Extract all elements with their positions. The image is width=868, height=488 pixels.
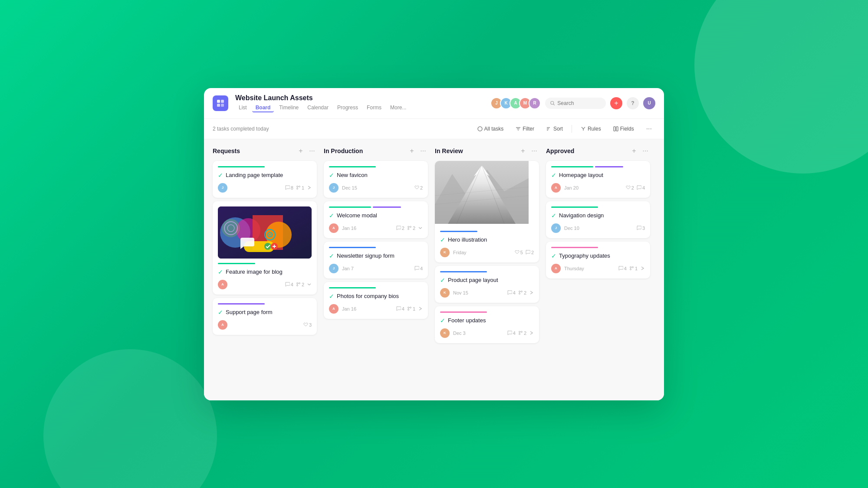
tab-progress[interactable]: Progress xyxy=(334,104,362,112)
comment-icon xyxy=(285,185,290,190)
sort-icon xyxy=(546,126,552,131)
comment-count: 8 xyxy=(285,185,293,190)
comment-icon xyxy=(285,282,290,287)
chevron-down-icon xyxy=(307,282,312,287)
tab-more[interactable]: More... xyxy=(387,104,410,112)
card-new-favicon[interactable]: ✓ New favicon J Dec 15 2 xyxy=(324,161,428,198)
comment-count: 4 xyxy=(396,306,404,311)
check-icon: ✓ xyxy=(218,309,223,316)
check-icon: ✓ xyxy=(551,212,556,219)
fields-button[interactable]: Fields xyxy=(610,124,638,134)
card-avatar: K xyxy=(440,288,450,298)
card-meta: Dec 10 xyxy=(564,226,633,231)
card-avatar: K xyxy=(440,328,450,338)
search-input[interactable] xyxy=(557,100,601,106)
add-card-requests[interactable]: + xyxy=(296,146,306,156)
card-landing-page[interactable]: ✓ Landing page template J 8 1 xyxy=(213,161,317,198)
check-icon: ✓ xyxy=(551,172,556,179)
add-button[interactable]: + xyxy=(610,97,622,109)
svg-point-31 xyxy=(270,234,271,235)
arrow-icon-item xyxy=(529,331,534,335)
search-box[interactable] xyxy=(545,98,606,109)
branch-count: 2 xyxy=(407,226,415,231)
comment-count: 2 xyxy=(396,226,404,231)
card-product-page[interactable]: ✓ Product page layout K Nov 15 4 2 xyxy=(435,266,539,303)
card-avatar: A xyxy=(218,280,227,289)
card-bar-left xyxy=(551,166,593,167)
card-avatar: A xyxy=(329,223,339,233)
svg-point-61 xyxy=(521,291,522,292)
add-card-approved[interactable]: + xyxy=(629,146,639,156)
card-meta: Friday xyxy=(453,250,511,255)
card-title: ✓ Hero illustration xyxy=(440,236,534,243)
card-homepage-layout[interactable]: ✓ Homepage layout A Jan 20 2 4 xyxy=(546,161,650,198)
card-footer: J Dec 15 2 xyxy=(329,183,423,193)
user-avatar[interactable]: U xyxy=(643,97,655,109)
card-actions: 3 xyxy=(303,322,312,328)
rules-button[interactable]: Rules xyxy=(577,124,605,134)
card-title: ✓ Newsletter signup form xyxy=(329,252,423,259)
card-footer: J Jan 7 4 xyxy=(329,264,423,273)
svg-rect-0 xyxy=(217,100,220,103)
tab-list[interactable]: List xyxy=(235,104,250,112)
card-photos-company[interactable]: ✓ Photos for company bios A Jan 16 4 1 xyxy=(324,282,428,319)
svg-point-71 xyxy=(632,267,633,268)
card-avatar: K xyxy=(440,248,450,257)
sort-button[interactable]: Sort xyxy=(543,124,566,134)
more-options-button[interactable]: ··· xyxy=(643,123,655,134)
column-header-review: In Review + ··· xyxy=(435,146,539,156)
card-actions: 4 xyxy=(414,266,423,271)
card-typography-updates[interactable]: ✓ Typography updates A Thursday 4 1 xyxy=(546,242,650,278)
filter-button[interactable]: Filter xyxy=(512,124,538,134)
column-menu-production[interactable]: ··· xyxy=(418,146,428,156)
card-avatar: J xyxy=(218,183,227,193)
comment-count: 4 xyxy=(507,290,516,295)
tab-forms[interactable]: Forms xyxy=(363,104,385,112)
add-card-review[interactable]: + xyxy=(518,146,528,156)
branch-icon xyxy=(518,290,523,295)
card-avatar: J xyxy=(329,183,339,193)
like-icon xyxy=(515,250,519,255)
card-feature-image[interactable]: ✓ Feature image for blog A 4 2 xyxy=(213,201,317,295)
card-title: ✓ Photos for company bios xyxy=(329,293,423,300)
like-icon xyxy=(303,322,308,327)
column-menu-requests[interactable]: ··· xyxy=(307,146,317,156)
card-meta: Dec 3 xyxy=(453,331,504,336)
column-menu-review[interactable]: ··· xyxy=(529,146,539,156)
avatar-group: J K A M R xyxy=(490,97,541,109)
card-footer-updates[interactable]: ✓ Footer updates K Dec 3 4 2 xyxy=(435,306,539,343)
card-actions: 3 xyxy=(637,226,645,231)
help-button[interactable]: ? xyxy=(627,97,639,109)
comment-icon xyxy=(526,250,530,255)
card-footer: A 4 2 xyxy=(218,280,312,289)
branch-count: 2 xyxy=(518,290,526,295)
card-newsletter[interactable]: ✓ Newsletter signup form J Jan 7 4 xyxy=(324,242,428,278)
tab-board[interactable]: Board xyxy=(252,104,274,112)
tab-timeline[interactable]: Timeline xyxy=(276,104,302,112)
avatar: R xyxy=(529,97,541,109)
like-count: 2 xyxy=(414,185,423,190)
card-footer: J Dec 10 3 xyxy=(551,223,645,233)
column-header-production: In Production + ··· xyxy=(324,146,428,156)
column-menu-approved[interactable]: ··· xyxy=(641,146,650,156)
card-support-page[interactable]: ✓ Support page form A 3 xyxy=(213,298,317,335)
card-title: ✓ Landing page template xyxy=(218,172,312,179)
tab-calendar[interactable]: Calendar xyxy=(304,104,332,112)
arrow-icon-item xyxy=(307,185,312,190)
card-avatar: A xyxy=(551,264,561,273)
card-navigation-design[interactable]: ✓ Navigation design J Dec 10 3 xyxy=(546,201,650,238)
card-meta: Jan 16 xyxy=(342,306,393,311)
circle-icon xyxy=(477,126,483,131)
card-welcome-modal[interactable]: ✓ Welcome modal A Jan 16 2 2 xyxy=(324,201,428,238)
card-meta: Nov 15 xyxy=(453,290,504,295)
svg-rect-3 xyxy=(221,104,224,107)
add-card-production[interactable]: + xyxy=(407,146,417,156)
card-hero-illustration[interactable]: ✓ Hero illustration K Friday 5 xyxy=(435,161,539,262)
arrow-icon xyxy=(529,290,534,295)
svg-point-49 xyxy=(408,309,409,311)
card-actions: 4 2 xyxy=(507,331,534,336)
card-footer: K Friday 5 2 xyxy=(440,248,534,257)
arrow-icon xyxy=(307,185,312,190)
filter-icon xyxy=(516,126,521,131)
all-tasks-button[interactable]: All tasks xyxy=(474,124,507,134)
